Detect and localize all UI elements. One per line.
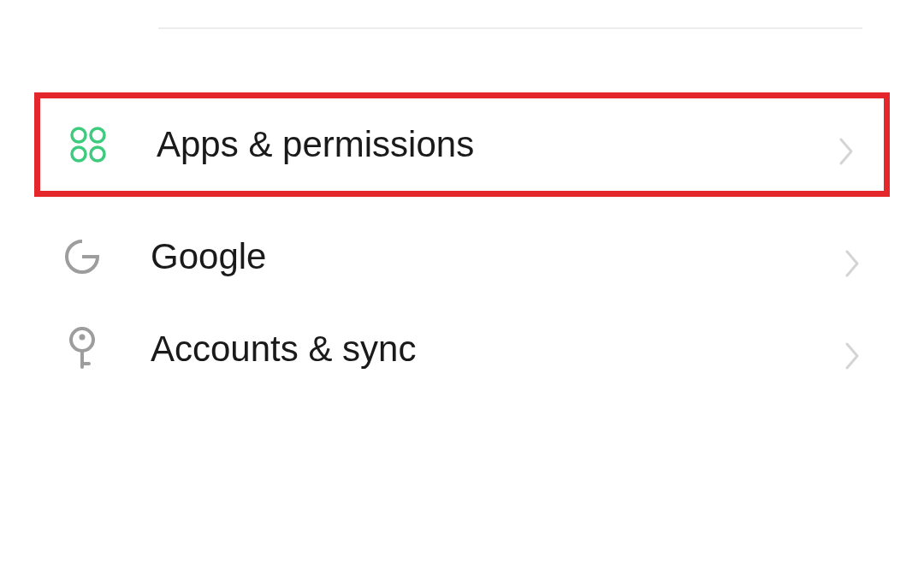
svg-rect-0: [72, 128, 86, 142]
chevron-right-icon: [842, 246, 862, 267]
svg-rect-1: [91, 128, 104, 142]
settings-item-label: Accounts & sync: [151, 329, 842, 370]
svg-point-6: [80, 335, 86, 341]
chevron-right-icon: [842, 339, 862, 359]
chevron-right-icon: [836, 134, 856, 155]
settings-item-label: Apps & permissions: [157, 124, 836, 165]
settings-item-accounts-sync[interactable]: Accounts & sync: [34, 303, 890, 395]
google-icon: [62, 236, 103, 277]
settings-item-label: Google: [151, 236, 842, 277]
settings-item-google[interactable]: Google: [34, 210, 890, 303]
settings-item-apps-permissions[interactable]: Apps & permissions: [34, 92, 890, 197]
divider: [158, 27, 862, 29]
apps-icon: [68, 124, 109, 165]
svg-rect-2: [72, 147, 86, 161]
settings-list: Apps & permissions Google: [34, 92, 890, 395]
svg-rect-3: [91, 147, 104, 161]
key-icon: [62, 329, 103, 370]
